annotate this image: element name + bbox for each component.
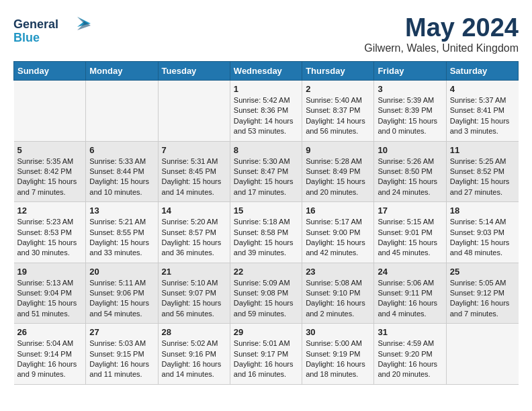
day-info: Sunrise: 5:14 AM xyxy=(450,217,515,227)
day-cell: 8Sunrise: 5:30 AMSunset: 8:47 PMDaylight… xyxy=(230,141,302,202)
day-cell: 21Sunrise: 5:10 AMSunset: 9:07 PMDayligh… xyxy=(158,263,230,324)
day-cell: 1Sunrise: 5:42 AMSunset: 8:36 PMDaylight… xyxy=(230,81,302,142)
day-info: Sunset: 9:20 PM xyxy=(378,349,442,359)
day-info: Sunset: 8:49 PM xyxy=(306,167,370,177)
day-cell: 11Sunrise: 5:25 AMSunset: 8:52 PMDayligh… xyxy=(446,141,518,202)
day-number: 20 xyxy=(89,267,154,277)
day-cell: 26Sunrise: 5:04 AMSunset: 9:14 PMDayligh… xyxy=(14,324,86,385)
day-info: Daylight: 15 hours and 24 minutes. xyxy=(378,177,442,197)
day-info: Daylight: 16 hours and 16 minutes. xyxy=(234,359,298,380)
day-cell: 12Sunrise: 5:23 AMSunset: 8:53 PMDayligh… xyxy=(14,202,86,263)
day-number: 4 xyxy=(450,84,515,94)
day-info: Sunset: 9:10 PM xyxy=(306,288,370,298)
day-info: Sunrise: 5:18 AM xyxy=(234,217,298,227)
day-info: Sunrise: 5:04 AM xyxy=(17,338,83,349)
day-cell: 23Sunrise: 5:08 AMSunset: 9:10 PMDayligh… xyxy=(302,263,374,324)
day-number: 23 xyxy=(306,267,370,277)
day-info: Daylight: 16 hours and 11 minutes. xyxy=(89,359,154,380)
day-info: Daylight: 14 hours and 56 minutes. xyxy=(306,116,370,137)
header-sunday: Sunday xyxy=(14,62,86,81)
day-number: 3 xyxy=(378,84,442,94)
day-info: Sunrise: 5:40 AM xyxy=(306,95,370,105)
week-row-5: 26Sunrise: 5:04 AMSunset: 9:14 PMDayligh… xyxy=(14,324,519,385)
header-tuesday: Tuesday xyxy=(158,62,230,81)
logo-text: General Blue xyxy=(13,13,94,50)
day-info: Sunset: 8:42 PM xyxy=(17,167,83,177)
day-info: Sunset: 9:14 PM xyxy=(17,349,83,359)
day-info: Daylight: 15 hours and 17 minutes. xyxy=(234,177,298,197)
day-cell: 18Sunrise: 5:14 AMSunset: 9:03 PMDayligh… xyxy=(446,202,518,263)
day-info: Daylight: 15 hours and 7 minutes. xyxy=(17,177,83,197)
day-cell: 7Sunrise: 5:31 AMSunset: 8:45 PMDaylight… xyxy=(158,141,230,202)
week-row-4: 19Sunrise: 5:13 AMSunset: 9:04 PMDayligh… xyxy=(14,263,519,324)
day-info: Sunset: 8:36 PM xyxy=(234,105,298,116)
day-info: Sunset: 9:06 PM xyxy=(89,288,154,298)
day-cell xyxy=(14,81,86,142)
day-info: Daylight: 15 hours and 27 minutes. xyxy=(450,177,515,197)
day-info: Sunrise: 5:05 AM xyxy=(450,278,515,288)
day-info: Sunset: 8:45 PM xyxy=(162,167,226,177)
day-cell: 19Sunrise: 5:13 AMSunset: 9:04 PMDayligh… xyxy=(14,263,86,324)
day-cell xyxy=(86,81,158,142)
day-info: Sunrise: 5:08 AM xyxy=(306,278,370,288)
day-cell: 10Sunrise: 5:26 AMSunset: 8:50 PMDayligh… xyxy=(374,141,446,202)
day-number: 13 xyxy=(89,205,154,216)
day-cell: 2Sunrise: 5:40 AMSunset: 8:37 PMDaylight… xyxy=(302,81,374,142)
day-number: 22 xyxy=(234,267,298,277)
day-info: Sunrise: 5:30 AM xyxy=(234,156,298,167)
day-info: Daylight: 15 hours and 39 minutes. xyxy=(234,238,298,259)
week-row-2: 5Sunrise: 5:35 AMSunset: 8:42 PMDaylight… xyxy=(14,141,519,202)
day-info: Sunrise: 5:06 AM xyxy=(378,278,442,288)
day-info: Sunset: 9:04 PM xyxy=(17,288,83,298)
day-info: Sunrise: 5:00 AM xyxy=(306,338,370,349)
day-info: Sunrise: 5:31 AM xyxy=(162,156,226,167)
logo: General Blue xyxy=(13,13,94,50)
svg-text:Blue: Blue xyxy=(13,31,40,44)
day-info: Daylight: 15 hours and 59 minutes. xyxy=(234,298,298,319)
day-number: 24 xyxy=(378,267,442,277)
day-info: Sunrise: 5:11 AM xyxy=(89,278,154,288)
day-info: Daylight: 15 hours and 33 minutes. xyxy=(89,238,154,259)
day-cell: 16Sunrise: 5:17 AMSunset: 9:00 PMDayligh… xyxy=(302,202,374,263)
day-number: 8 xyxy=(234,145,298,155)
day-info: Daylight: 15 hours and 51 minutes. xyxy=(17,298,83,319)
day-number: 27 xyxy=(89,327,154,337)
day-info: Sunrise: 5:20 AM xyxy=(162,217,226,227)
day-cell: 27Sunrise: 5:03 AMSunset: 9:15 PMDayligh… xyxy=(86,324,158,385)
day-info: Sunrise: 5:23 AM xyxy=(17,217,83,227)
day-info: Daylight: 15 hours and 54 minutes. xyxy=(89,298,154,319)
day-info: Daylight: 15 hours and 10 minutes. xyxy=(89,177,154,197)
day-cell: 5Sunrise: 5:35 AMSunset: 8:42 PMDaylight… xyxy=(14,141,86,202)
day-info: Sunset: 9:11 PM xyxy=(378,288,442,298)
day-info: Sunset: 9:07 PM xyxy=(162,288,226,298)
day-info: Daylight: 15 hours and 14 minutes. xyxy=(162,177,226,197)
day-number: 19 xyxy=(17,267,83,277)
days-header-row: Sunday Monday Tuesday Wednesday Thursday… xyxy=(14,62,519,81)
day-info: Sunrise: 5:35 AM xyxy=(17,156,83,167)
day-number: 10 xyxy=(378,145,442,155)
day-info: Sunset: 8:39 PM xyxy=(378,105,442,116)
day-number: 29 xyxy=(234,327,298,337)
header-wednesday: Wednesday xyxy=(230,62,302,81)
day-info: Sunset: 8:53 PM xyxy=(17,228,83,238)
day-info: Daylight: 15 hours and 0 minutes. xyxy=(378,116,442,137)
day-cell xyxy=(446,324,518,385)
day-info: Sunrise: 5:42 AM xyxy=(234,95,298,105)
day-number: 12 xyxy=(17,205,83,216)
day-number: 6 xyxy=(89,145,154,155)
day-info: Daylight: 15 hours and 56 minutes. xyxy=(162,298,226,319)
day-info: Daylight: 15 hours and 36 minutes. xyxy=(162,238,226,259)
day-info: Sunset: 8:47 PM xyxy=(234,167,298,177)
day-number: 18 xyxy=(450,205,515,216)
day-info: Sunset: 8:55 PM xyxy=(89,228,154,238)
day-info: Daylight: 15 hours and 20 minutes. xyxy=(306,177,370,197)
day-cell: 6Sunrise: 5:33 AMSunset: 8:44 PMDaylight… xyxy=(86,141,158,202)
day-number: 21 xyxy=(162,267,226,277)
day-info: Sunrise: 4:59 AM xyxy=(378,338,442,349)
calendar-container: General Blue May 2024 Gilwern, Wales, Un… xyxy=(0,0,532,392)
day-info: Sunset: 9:03 PM xyxy=(450,228,515,238)
week-row-1: 1Sunrise: 5:42 AMSunset: 8:36 PMDaylight… xyxy=(14,81,519,142)
day-number: 26 xyxy=(17,327,83,337)
day-info: Daylight: 16 hours and 2 minutes. xyxy=(306,298,370,319)
day-number: 17 xyxy=(378,205,442,216)
